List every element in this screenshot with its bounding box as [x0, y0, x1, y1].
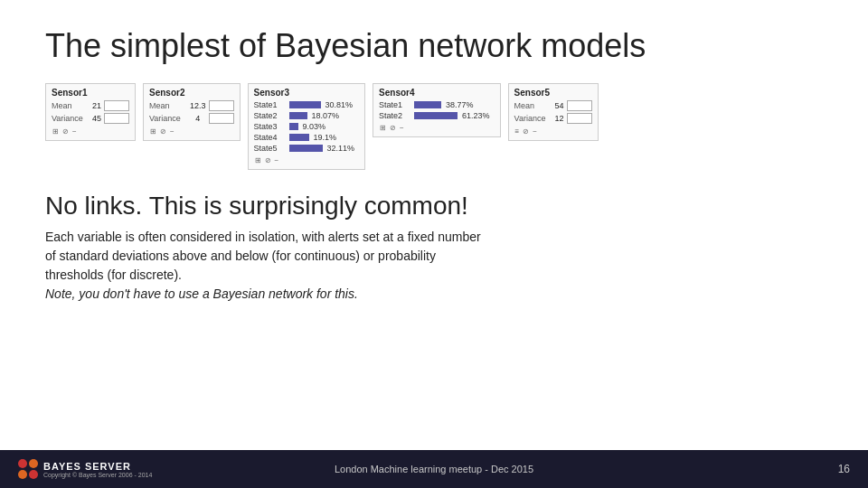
logo-circle-orange-top	[29, 459, 38, 468]
description-line2: of standard deviations above and below (…	[45, 249, 436, 263]
footer-center-text: London Machine learning meetup - Dec 201…	[335, 464, 533, 474]
sensor3-state4-pct: 19.1%	[314, 133, 337, 142]
sensor5-mean-value: 54	[555, 101, 564, 110]
sensor3-state4-label: State4	[254, 133, 287, 142]
sensor5-mean-row: Mean 54	[514, 100, 592, 111]
sensor2-variance-input[interactable]	[209, 113, 234, 124]
sensor5-title: Sensor5	[514, 88, 592, 98]
sensor1-icon3[interactable]: −	[71, 127, 78, 136]
sensor2-icon3[interactable]: −	[169, 127, 175, 136]
sensor5-icon3[interactable]: −	[532, 127, 538, 136]
sensor4-state1: State1 38.77%	[379, 100, 495, 109]
sensor1-mean-row: Mean 21	[52, 100, 129, 111]
sensor1-variance-row: Variance 45	[52, 113, 129, 124]
sensor3-state5: State5 32.11%	[254, 144, 360, 153]
logo-bottom-row	[18, 470, 38, 479]
sensor3-state2-bar	[289, 112, 307, 119]
sensor3-state3-pct: 9.03%	[303, 122, 326, 131]
sensor3-state2-pct: 18.07%	[312, 111, 340, 120]
sensor2-variance-value: 4	[195, 114, 200, 123]
sensor1-variance-value: 45	[92, 114, 101, 123]
sensor2-mean-label: Mean	[149, 101, 190, 110]
description-line4: Note, you don't have to use a Bayesian n…	[45, 286, 358, 301]
footer-brand: BAYES SERVER Copyright © Bayes Server 20…	[43, 461, 152, 478]
sensor5-icon1[interactable]: ≡	[514, 127, 521, 136]
sensor5-variance-label: Variance	[514, 114, 555, 123]
sensor3-state3-label: State3	[254, 122, 287, 131]
sensor5-mean-input[interactable]	[567, 100, 592, 111]
sensor2-variance-label: Variance	[149, 114, 190, 123]
sensor3-state5-pct: 32.11%	[327, 144, 355, 153]
sensor2-mean-input[interactable]	[209, 100, 234, 111]
sensor5-panel: Sensor5 Mean 54 Variance 12 ≡ ⊘ −	[508, 83, 599, 141]
sensor4-icon1[interactable]: ⊞	[379, 123, 387, 133]
sensor1-panel: Sensor1 Mean 21 Variance 45 ⊞ ⊘ −	[45, 83, 136, 141]
sensor4-state2-pct: 61.23%	[462, 111, 490, 120]
sensor2-title: Sensor2	[149, 88, 234, 98]
sensor2-mean-row: Mean 12.3	[149, 100, 234, 111]
sensor3-icon2[interactable]: ⊘	[264, 155, 272, 165]
sensor1-variance-input[interactable]	[104, 113, 129, 124]
sensor4-icons: ⊞ ⊘ −	[379, 123, 495, 133]
sensor-panels: Sensor1 Mean 21 Variance 45 ⊞ ⊘ − Sensor…	[45, 83, 823, 170]
sensor3-state3: State3 9.03%	[254, 122, 360, 131]
sensor4-title: Sensor4	[379, 88, 495, 98]
sensor2-mean-value: 12.3	[190, 101, 206, 110]
description: Each variable is often considered in iso…	[45, 228, 823, 304]
sensor3-state1-bar	[289, 101, 321, 108]
sensor1-mean-value: 21	[92, 101, 101, 110]
logo-top-row	[18, 459, 38, 468]
sensor4-panel: Sensor4 State1 38.77% State2 61.23% ⊞ ⊘ …	[373, 83, 501, 137]
logo-circle-orange-bottom	[18, 470, 27, 479]
sensor1-title: Sensor1	[52, 88, 129, 98]
footer-copyright: Copyright © Bayes Server 2006 - 2014	[43, 472, 152, 478]
sensor3-icons: ⊞ ⊘ −	[254, 155, 360, 165]
sensor3-state1: State1 30.81%	[254, 100, 360, 109]
sensor1-icon1[interactable]: ⊞	[52, 127, 60, 136]
sensor5-mean-label: Mean	[514, 101, 555, 110]
sensor2-variance-row: Variance 4	[149, 113, 234, 124]
no-links-heading: No links. This is surprisingly common!	[45, 192, 823, 221]
sensor5-icons: ≡ ⊘ −	[514, 127, 592, 136]
sensor3-state1-pct: 30.81%	[326, 100, 354, 109]
sensor4-state2: State2 61.23%	[379, 111, 495, 120]
sensor3-state5-label: State5	[254, 144, 287, 153]
sensor5-icon2[interactable]: ⊘	[522, 127, 530, 136]
sensor3-state4-bar	[289, 134, 309, 141]
sensor3-icon1[interactable]: ⊞	[254, 155, 262, 165]
sensor3-panel: Sensor3 State1 30.81% State2 18.07% Stat…	[248, 83, 366, 170]
sensor3-state5-bar	[289, 145, 323, 152]
sensor2-icons: ⊞ ⊘ −	[149, 127, 234, 136]
sensor4-state2-label: State2	[379, 111, 411, 120]
sensor3-state2-label: State2	[254, 111, 287, 120]
sensor3-state2: State2 18.07%	[254, 111, 360, 120]
sensor2-icon1[interactable]: ⊞	[149, 127, 157, 136]
sensor1-variance-label: Variance	[52, 114, 92, 123]
logo-circles	[18, 459, 38, 479]
sensor2-panel: Sensor2 Mean 12.3 Variance 4 ⊞ ⊘ −	[143, 83, 241, 141]
sensor1-icons: ⊞ ⊘ −	[52, 127, 129, 136]
sensor4-state2-bar	[414, 112, 458, 119]
sensor3-title: Sensor3	[254, 88, 360, 98]
sensor1-icon2[interactable]: ⊘	[61, 127, 70, 136]
sensor3-state4: State4 19.1%	[254, 133, 360, 142]
sensor1-mean-input[interactable]	[104, 100, 129, 111]
sensor4-icon2[interactable]: ⊘	[389, 123, 397, 133]
sensor4-icon3[interactable]: −	[399, 123, 405, 133]
logo-circle-red-bottom	[29, 470, 38, 479]
main-content: The simplest of Bayesian network models …	[0, 0, 868, 434]
logo-circle-red-top	[18, 459, 27, 468]
footer-page-number: 16	[838, 463, 850, 475]
sensor3-icon3[interactable]: −	[274, 155, 280, 165]
sensor4-state1-pct: 38.77%	[446, 100, 474, 109]
footer-left: BAYES SERVER Copyright © Bayes Server 20…	[18, 459, 152, 479]
sensor2-icon2[interactable]: ⊘	[159, 127, 167, 136]
sensor5-variance-input[interactable]	[567, 113, 592, 124]
description-line1: Each variable is often considered in iso…	[45, 230, 481, 244]
footer-bar: BAYES SERVER Copyright © Bayes Server 20…	[0, 450, 868, 488]
sensor1-mean-label: Mean	[52, 101, 92, 110]
page-title: The simplest of Bayesian network models	[45, 27, 823, 65]
description-line3: thresholds (for discrete).	[45, 267, 182, 282]
sensor4-state1-bar	[414, 101, 441, 108]
sensor5-variance-value: 12	[555, 114, 564, 123]
